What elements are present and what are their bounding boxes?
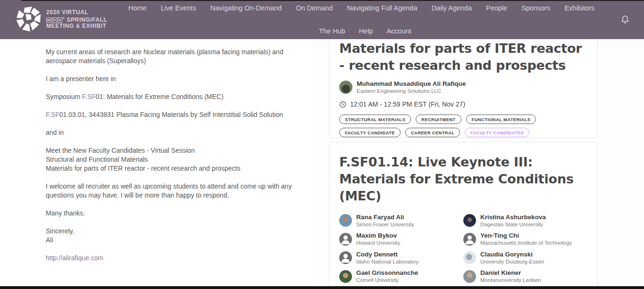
- person-affiliation: Idaho National Laboratory: [356, 258, 418, 265]
- message-text: I welcome all recruiter as well as upcom…: [46, 182, 292, 199]
- person-name: Claudia Gorynski: [480, 251, 544, 258]
- session-tags: STRUCTURAL MATERIALSRECRUITMENTFUNCTIONA…: [339, 115, 594, 137]
- person-photo-avatar: [463, 251, 476, 264]
- person-row[interactable]: Rana Faryad AliSimon Fraser University: [339, 211, 463, 230]
- message-text: 01.03.01, 3443831 Plasma Facing Material…: [59, 111, 283, 118]
- person-row[interactable]: Yen-Ting ChiMassachusetts Institute of T…: [463, 230, 587, 249]
- tag-career-central[interactable]: CAREER CENTRAL: [405, 128, 460, 137]
- highlighted-text: F.SF: [82, 93, 96, 100]
- notifications-bell-icon[interactable]: [620, 15, 630, 25]
- message-text: Sincerely,: [46, 227, 74, 235]
- message-text: 01: Materials for Extreme Conditions (ME…: [96, 93, 224, 100]
- mrs-crystal-icon: [16, 6, 42, 33]
- mrs-letter: R: [52, 17, 57, 23]
- session-title[interactable]: Materials for parts of ITER reactor - re…: [339, 40, 588, 74]
- mrs-letter: M: [46, 17, 51, 23]
- nav-item-navigating-on-demand[interactable]: Navigating On-Demand: [210, 4, 282, 13]
- message-text: Symposium: [46, 93, 82, 100]
- person-affiliation: Dagestan State University: [480, 221, 546, 228]
- person-affiliation: University Duisburg-Essen: [480, 258, 544, 265]
- clock-icon: [339, 101, 346, 108]
- person-name: Gael Grissonnanche: [356, 269, 418, 277]
- window-top-edge: [21, 0, 644, 1]
- message-paragraph: I welcome all recruiter as well as upcom…: [46, 182, 308, 200]
- nav-item-home[interactable]: Home: [128, 4, 147, 13]
- message-paragraph: http://alirafique.com: [46, 254, 308, 263]
- message-text: I am a presenter here in: [46, 75, 116, 83]
- person-affiliation: Montanuniversity Leoben: [480, 277, 541, 283]
- mrs-letter: S: [58, 17, 62, 23]
- nav-item-account[interactable]: Account: [386, 27, 411, 36]
- mrs-boxed-letters: MRS: [46, 17, 63, 23]
- message-text: and in: [46, 129, 64, 136]
- presenter-row[interactable]: Muhammad Musaddique Ali Rafique Eastern …: [339, 80, 588, 94]
- person-name: Kristina Ashurbekova: [480, 214, 546, 221]
- message-paragraph: I am a presenter here in: [46, 74, 308, 83]
- person-row[interactable]: Claudia GorynskiUniversity Duisburg-Esse…: [463, 248, 587, 267]
- person-row[interactable]: Maxim BykovHoward University: [339, 230, 463, 249]
- message-link[interactable]: http://alirafique.com: [46, 254, 103, 262]
- keynote-title[interactable]: F.SF01.14: Live Keynote III: Materials f…: [339, 154, 588, 205]
- message-paragraph: My current areas of research are Nuclear…: [46, 48, 308, 66]
- tag-structural-materials[interactable]: STRUCTURAL MATERIALS: [339, 115, 411, 124]
- nav-item-live-events[interactable]: Live Events: [161, 4, 196, 13]
- window-bottom-edge: [0, 286, 644, 289]
- logo-line3: MEETING & EXHIBIT: [46, 23, 108, 29]
- nav-item-help[interactable]: Help: [359, 27, 373, 36]
- default-person-icon: [339, 251, 352, 264]
- message-paragraph: Sincerely,Ali: [46, 227, 308, 245]
- person-affiliation: Cornell University: [356, 277, 418, 283]
- person-photo-avatar: [463, 270, 476, 283]
- person-photo-avatar: [339, 270, 352, 283]
- tag-faculty-candidates[interactable]: FACULTY CANDIDATES: [465, 128, 529, 137]
- tag-recruitment[interactable]: RECRUITMENT: [416, 115, 461, 124]
- nav-item-daily-agenda[interactable]: Daily Agenda: [432, 4, 472, 13]
- nav-row-primary: HomeLive EventsNavigating On-DemandOn De…: [128, 4, 594, 13]
- nav-item-people[interactable]: People: [486, 4, 507, 13]
- person-row[interactable]: Kristina AshurbekovaDagestan State Unive…: [463, 211, 587, 230]
- nav-item-sponsors[interactable]: Sponsors: [521, 4, 550, 13]
- page: and modeling and simulation.My current a…: [0, 0, 644, 289]
- person-name: Cody Dennett: [356, 251, 418, 258]
- nav-row-secondary: The HubHelpAccount: [319, 27, 411, 36]
- person-row[interactable]: Cody DennettIdaho National Laboratory: [339, 248, 463, 267]
- nav-item-on-demand[interactable]: On Demand: [296, 4, 333, 13]
- message-paragraph: F.SF01.03.01, 3443831 Plasma Facing Mate…: [46, 110, 308, 119]
- message-panel: and modeling and simulation.My current a…: [0, 0, 312, 289]
- default-person-icon: [339, 233, 352, 246]
- person-row[interactable]: Gael GrissonnancheCornell University: [339, 267, 463, 286]
- message-text: Structural and Functional Materials: [46, 156, 148, 163]
- message-paragraph: Meet the New Faculty Candidates - Virtua…: [46, 146, 308, 173]
- person-photo-avatar: [463, 214, 476, 227]
- person-affiliation: Simon Fraser University: [356, 221, 414, 228]
- keynote-card: F.SF01.14: Live Keynote III: Materials f…: [329, 142, 598, 289]
- logo[interactable]: 2020 VIRTUAL MRS® SPRING/FALL MEETING & …: [16, 6, 108, 33]
- nav-item-navigating-full-agenda[interactable]: Navigating Full Agenda: [347, 4, 417, 13]
- message-text: Materials for parts of ITER reactor - re…: [46, 165, 240, 172]
- message-body: and modeling and simulation.My current a…: [46, 30, 308, 272]
- message-text: Meet the New Faculty Candidates - Virtua…: [46, 147, 195, 154]
- logo-line1: 2020 VIRTUAL: [46, 9, 108, 16]
- person-name: Rana Faryad Ali: [356, 214, 414, 221]
- person-affiliation: Massachusetts Institute of Technology: [480, 239, 572, 246]
- presenter-affiliation: Eastern Engineering Solutions LLC: [357, 88, 466, 94]
- person-name: Maxim Bykov: [356, 232, 400, 239]
- message-paragraph: and in: [46, 128, 308, 137]
- message-paragraph: Many thanks.: [46, 209, 308, 218]
- session-time-row: 12:01 AM - 12:59 PM EST (Fri, Nov 27): [339, 100, 588, 108]
- nav-item-exhibitors[interactable]: Exhibitors: [564, 4, 594, 13]
- message-text: Ali: [46, 236, 53, 244]
- session-time: 12:01 AM - 12:59 PM EST (Fri, Nov 27): [350, 100, 465, 108]
- person-row[interactable]: Daniel KienerMontanuniversity Leoben: [463, 267, 587, 286]
- tag-faculty-candidate[interactable]: FACULTY CANDIDATE: [339, 128, 401, 137]
- message-text: Many thanks.: [46, 209, 85, 217]
- logo-line2: MRS® SPRING/FALL: [46, 16, 108, 23]
- presenter-avatar: [339, 81, 352, 94]
- tag-functional-materials[interactable]: FUNCTIONAL MATERIALS: [466, 115, 536, 124]
- top-navbar: 2020 VIRTUAL MRS® SPRING/FALL MEETING & …: [0, 0, 644, 39]
- logo-text: 2020 VIRTUAL MRS® SPRING/FALL MEETING & …: [46, 9, 108, 29]
- message-paragraph: Symposium F.SF01: Materials for Extreme …: [46, 92, 308, 101]
- highlighted-text: F.SF: [46, 111, 59, 118]
- nav-item-the-hub[interactable]: The Hub: [319, 27, 345, 36]
- logo-line2-rest: SPRING/FALL: [67, 17, 108, 23]
